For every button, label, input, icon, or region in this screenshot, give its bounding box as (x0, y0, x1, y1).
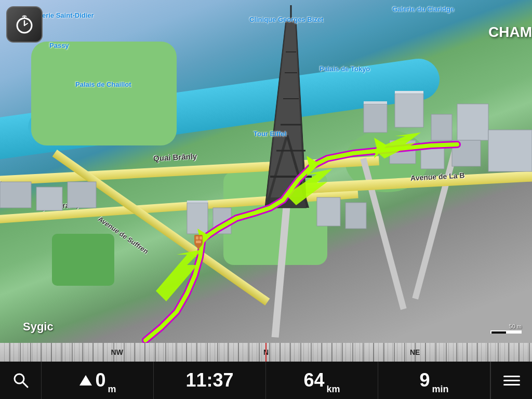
menu-button[interactable] (490, 362, 532, 399)
metric-speed: 0 m (42, 362, 154, 399)
park-chaillot (31, 42, 177, 145)
timer-icon (14, 14, 35, 35)
label-clinique: Clinique Georges Bizet (249, 16, 323, 23)
label-jou: jou (0, 179, 11, 188)
compass-center-line (265, 343, 267, 362)
scale-bar: 50 m (490, 323, 522, 334)
metric-eta: 9 min (378, 362, 490, 399)
sygic-moon-icon (8, 321, 21, 333)
compass-nw: NW (111, 348, 123, 356)
scale-line (490, 330, 522, 334)
scale-label: 50 m (509, 323, 522, 329)
label-cham: CHAM (488, 24, 532, 41)
metric-time-value: 11:37 (185, 369, 233, 391)
metric-time: 11:37 (154, 362, 266, 399)
park-green1 (52, 234, 114, 286)
svg-line-42 (23, 382, 28, 387)
menu-line-2 (503, 380, 520, 381)
compass-ne: NE (410, 348, 420, 356)
label-passy: Passy (49, 42, 69, 49)
metric-eta-unit: min (432, 384, 449, 399)
navigation-bar: NW N NE 0 m 11:37 (0, 343, 532, 399)
svg-marker-43 (79, 375, 92, 385)
svg-line-38 (27, 19, 28, 20)
bottom-metrics: 0 m 11:37 64 km 9 min (0, 362, 532, 399)
metric-distance-unit: km (327, 384, 340, 399)
sygic-logo: Sygic (8, 320, 54, 334)
svg-line-37 (21, 19, 22, 20)
search-icon (12, 372, 29, 389)
map-view[interactable]: Galerie Saint-Didier Clinique Georges Bi… (0, 0, 532, 343)
label-galerie-claridge: Galerie du Claridge (392, 5, 454, 13)
compass-bar: NW N NE (0, 343, 532, 362)
metric-speed-unit: m (108, 384, 116, 399)
metric-eta-value: 9 (419, 369, 430, 391)
menu-line-1 (503, 376, 520, 377)
label-palais-tokyo: Palais de Tokyo (320, 65, 370, 73)
menu-line-3 (503, 384, 520, 385)
metric-speed-value: 0 (95, 369, 105, 391)
label-tour-eiffel: Tour Eiffel (254, 130, 286, 138)
search-button[interactable] (0, 362, 42, 399)
triangle-icon (78, 373, 93, 388)
metric-distance: 64 km (266, 362, 378, 399)
timer-button[interactable] (6, 6, 43, 43)
label-palais-chaillot: Palais de Chaillot (75, 81, 131, 88)
metric-distance-value: 64 (303, 369, 324, 391)
